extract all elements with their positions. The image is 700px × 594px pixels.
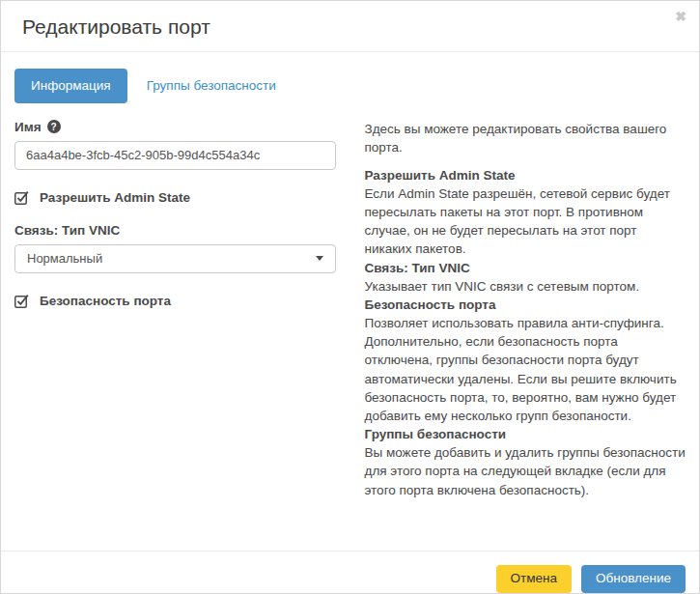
dialog-body: Информация Группы безопасности Имя ?	[1, 52, 699, 551]
tab-information[interactable]: Информация	[14, 69, 127, 103]
admin-state-checkbox-checked-icon[interactable]	[14, 190, 29, 205]
port-security-row: Безопасность порта	[14, 294, 336, 308]
admin-state-label[interactable]: Разрешить Admin State	[40, 190, 190, 205]
help-section-text: Указывает тип VNIC связи с сетевым порто…	[365, 277, 686, 296]
caret-down-icon	[316, 256, 323, 261]
help-section-text: Вы можете добавить и удалить группы безо…	[365, 443, 686, 498]
tab-security-groups[interactable]: Группы безопасности	[130, 69, 293, 103]
help-section-title: Разрешить Admin State	[365, 166, 686, 184]
dialog-footer: Отмена Обновление	[1, 551, 699, 593]
dialog-title: Редактировать порт	[22, 15, 210, 38]
port-security-checkbox-checked-icon[interactable]	[14, 294, 29, 308]
form-column: Имя ? Разрешить Admin State Св	[14, 120, 336, 499]
vnic-label: Связь: Тип VNIC	[14, 223, 336, 238]
port-security-label[interactable]: Безопасность порта	[40, 294, 171, 308]
vnic-selected-value: Нормальный	[27, 251, 102, 266]
help-section-text: Если Admin State разрешён, сетевой серви…	[365, 184, 686, 259]
help-section-title: Безопасность порта	[365, 296, 686, 314]
question-circle-icon: ?	[47, 120, 61, 133]
name-input[interactable]	[14, 141, 336, 170]
help-section-text: Позволяет использовать правила анти-спуф…	[365, 314, 686, 425]
help-section-title: Связь: Тип VNIC	[365, 259, 686, 277]
close-icon[interactable]: ✖	[675, 10, 686, 23]
help-column: Здесь вы можете редактировать свойства в…	[365, 120, 686, 499]
cancel-button[interactable]: Отмена	[496, 565, 572, 593]
vnic-field-group: Связь: Тип VNIC Нормальный	[14, 223, 336, 273]
admin-state-row: Разрешить Admin State	[14, 190, 336, 205]
edit-port-dialog: Редактировать порт ✖ Информация Группы б…	[0, 0, 700, 594]
dialog-header: Редактировать порт ✖	[1, 1, 699, 52]
name-label: Имя ?	[14, 120, 336, 134]
update-button[interactable]: Обновление	[581, 565, 686, 593]
help-intro: Здесь вы можете редактировать свойства в…	[365, 120, 686, 156]
tab-bar: Информация Группы безопасности	[14, 69, 686, 103]
name-label-text: Имя	[14, 120, 42, 134]
name-field-group: Имя ?	[14, 120, 336, 170]
vnic-type-select[interactable]: Нормальный	[14, 244, 336, 273]
help-section-title: Группы безопасности	[365, 425, 686, 443]
help-sections: Разрешить Admin State Если Admin State р…	[365, 166, 686, 499]
dialog-columns: Имя ? Разрешить Admin State Св	[14, 120, 686, 499]
